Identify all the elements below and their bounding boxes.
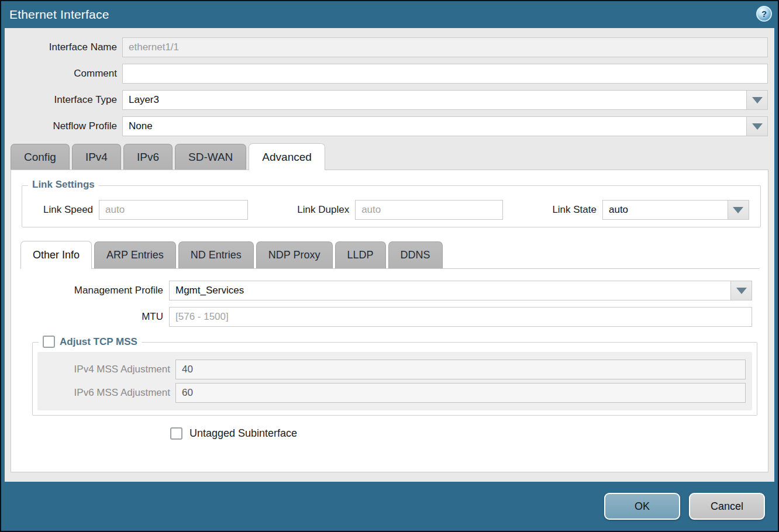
mtu-row: MTU — [11, 307, 768, 327]
interface-type-row: Interface Type Layer3 — [5, 90, 774, 110]
link-duplex-group: Link Duplex — [297, 200, 503, 220]
dialog-title: Ethernet Interface — [9, 8, 109, 22]
management-profile-value: Mgmt_Services — [170, 281, 730, 300]
link-state-dropdown[interactable]: auto — [602, 200, 749, 220]
ipv4-mss-row: IPv4 MSS Adjustment — [37, 360, 752, 379]
chevron-down-icon[interactable] — [730, 281, 752, 300]
link-speed-field[interactable] — [99, 200, 248, 220]
adjust-tcp-mss-legend-text: Adjust TCP MSS — [60, 336, 137, 348]
adjust-tcp-mss-legend: Adjust TCP MSS — [39, 336, 142, 348]
comment-row: Comment — [5, 64, 774, 84]
interface-type-dropdown[interactable]: Layer3 — [122, 90, 768, 110]
subtab-ddns[interactable]: DDNS — [388, 241, 443, 268]
interface-name-label: Interface Name — [5, 42, 117, 53]
mtu-label: MTU — [11, 311, 163, 323]
link-duplex-label: Link Duplex — [297, 204, 349, 216]
cancel-button[interactable]: Cancel — [689, 493, 765, 520]
ipv4-mss-field — [175, 360, 746, 379]
interface-name-row: Interface Name — [5, 37, 774, 57]
link-state-label: Link State — [552, 204, 597, 216]
ipv6-mss-field — [175, 383, 746, 403]
help-icon[interactable]: ? — [756, 6, 772, 22]
sub-tab-bar: Other Info ARP Entries ND Entries NDP Pr… — [20, 240, 760, 269]
netflow-profile-row: Netflow Profile None — [5, 116, 774, 136]
dropdown-arrow-icon — [752, 97, 763, 103]
interface-type-label: Interface Type — [5, 94, 117, 106]
advanced-tab-panel: Link Settings Link Speed Link Duplex Lin… — [11, 170, 768, 472]
dropdown-arrow-icon — [736, 288, 747, 294]
link-state-value: auto — [603, 201, 728, 219]
ipv6-mss-row: IPv6 MSS Adjustment — [37, 383, 752, 403]
link-speed-label: Link Speed — [43, 204, 93, 216]
mtu-field[interactable] — [169, 307, 752, 327]
footer-bar: OK Cancel — [1, 482, 778, 531]
untagged-subinterface-row: Untagged Subinterface — [170, 427, 768, 440]
subtab-nd-entries[interactable]: ND Entries — [178, 241, 254, 268]
untagged-subinterface-label: Untagged Subinterface — [189, 427, 297, 440]
subtab-ndp-proxy[interactable]: NDP Proxy — [256, 241, 333, 268]
tab-ipv4[interactable]: IPv4 — [72, 144, 121, 170]
subtab-arp-entries[interactable]: ARP Entries — [94, 241, 176, 268]
netflow-profile-label: Netflow Profile — [5, 120, 117, 132]
link-settings-fieldset: Link Settings Link Speed Link Duplex Lin… — [22, 185, 761, 227]
subtab-other-info[interactable]: Other Info — [20, 241, 92, 269]
ok-button[interactable]: OK — [604, 493, 680, 520]
link-duplex-field[interactable] — [355, 200, 503, 220]
adjust-tcp-mss-fieldset: Adjust TCP MSS IPv4 MSS Adjustment IPv6 … — [32, 342, 757, 416]
help-question-glyph: ? — [761, 9, 767, 19]
netflow-profile-value: None — [123, 117, 746, 136]
mss-disabled-panel: IPv4 MSS Adjustment IPv6 MSS Adjustment — [37, 352, 752, 410]
dropdown-arrow-icon — [752, 123, 763, 130]
link-settings-legend-text: Link Settings — [32, 179, 95, 191]
link-state-group: Link State auto — [552, 200, 749, 220]
ethernet-interface-dialog: Ethernet Interface ? Interface Name Comm… — [0, 0, 779, 532]
comment-field[interactable] — [122, 64, 768, 84]
adjust-tcp-mss-checkbox[interactable] — [43, 336, 55, 348]
link-speed-group: Link Speed — [43, 200, 248, 220]
tab-config[interactable]: Config — [11, 144, 70, 170]
ipv4-mss-label: IPv4 MSS Adjustment — [37, 364, 170, 375]
comment-label: Comment — [5, 68, 117, 80]
main-tab-bar: Config IPv4 IPv6 SD-WAN Advanced — [11, 143, 774, 170]
title-bar: Ethernet Interface ? — [1, 1, 778, 28]
dialog-content: Interface Name Comment Interface Type La… — [5, 28, 774, 482]
management-profile-label: Management Profile — [11, 285, 163, 296]
interface-name-field — [122, 37, 768, 57]
tab-advanced[interactable]: Advanced — [249, 143, 325, 170]
untagged-subinterface-checkbox[interactable] — [170, 427, 182, 440]
chevron-down-icon[interactable] — [746, 117, 767, 136]
tab-sdwan[interactable]: SD-WAN — [175, 144, 246, 170]
subtab-lldp[interactable]: LLDP — [335, 241, 386, 268]
ipv6-mss-label: IPv6 MSS Adjustment — [37, 387, 170, 399]
management-profile-row: Management Profile Mgmt_Services — [11, 281, 768, 300]
netflow-profile-dropdown[interactable]: None — [122, 116, 768, 136]
link-settings-legend: Link Settings — [28, 179, 99, 191]
management-profile-dropdown[interactable]: Mgmt_Services — [169, 281, 752, 300]
chevron-down-icon[interactable] — [728, 201, 749, 219]
tab-ipv6[interactable]: IPv6 — [123, 144, 173, 170]
chevron-down-icon[interactable] — [746, 91, 767, 109]
dropdown-arrow-icon — [733, 207, 743, 213]
interface-type-value: Layer3 — [123, 91, 746, 109]
